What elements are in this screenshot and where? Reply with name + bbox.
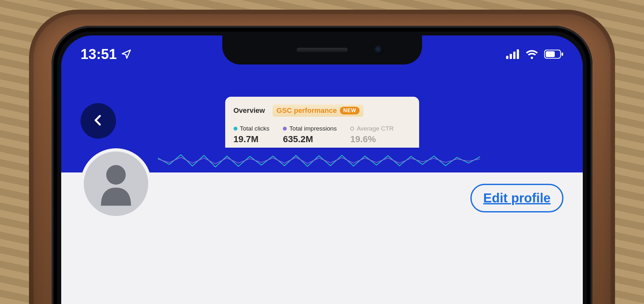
tab-gsc-label: GSC performance (276, 106, 337, 115)
edit-profile-button[interactable]: Edit profile (470, 184, 563, 212)
chevron-left-icon (92, 113, 105, 129)
metric-total-clicks[interactable]: Total clicks 19.7M (234, 125, 270, 144)
dot-icon (234, 127, 237, 131)
performance-sparkline (158, 148, 480, 174)
app-content: Overview GSC performance NEW Total click… (61, 35, 583, 304)
avatar[interactable] (81, 148, 151, 219)
photo-stage: 13:51 (0, 0, 644, 304)
back-button[interactable] (81, 103, 116, 139)
banner-tabs: Overview GSC performance NEW (234, 104, 411, 117)
tab-overview[interactable]: Overview (234, 106, 265, 115)
metric-label: Average CTR (357, 125, 394, 132)
metric-total-impressions[interactable]: Total impressions 635.2M (283, 125, 337, 144)
edit-profile-label: Edit profile (483, 191, 551, 205)
metrics-row: Total clicks 19.7M Total impressions 635… (234, 125, 411, 144)
dot-icon (283, 127, 287, 131)
dot-icon (350, 127, 354, 131)
svg-point-7 (106, 165, 126, 185)
phone-body: 13:51 (52, 26, 592, 304)
tab-gsc-performance[interactable]: GSC performance NEW (273, 104, 363, 117)
metric-label: Total clicks (240, 125, 270, 132)
metric-value: 19.7M (234, 134, 270, 144)
metric-label: Total impressions (289, 125, 337, 132)
banner-performance-card: Overview GSC performance NEW Total click… (225, 97, 419, 148)
metric-value: 635.2M (283, 134, 337, 144)
metric-average-ctr[interactable]: Average CTR 19.6% (350, 125, 394, 144)
metric-value: 19.6% (350, 134, 394, 144)
person-icon (97, 161, 135, 207)
new-badge: NEW (340, 107, 359, 114)
phone-screen: 13:51 (61, 35, 583, 304)
